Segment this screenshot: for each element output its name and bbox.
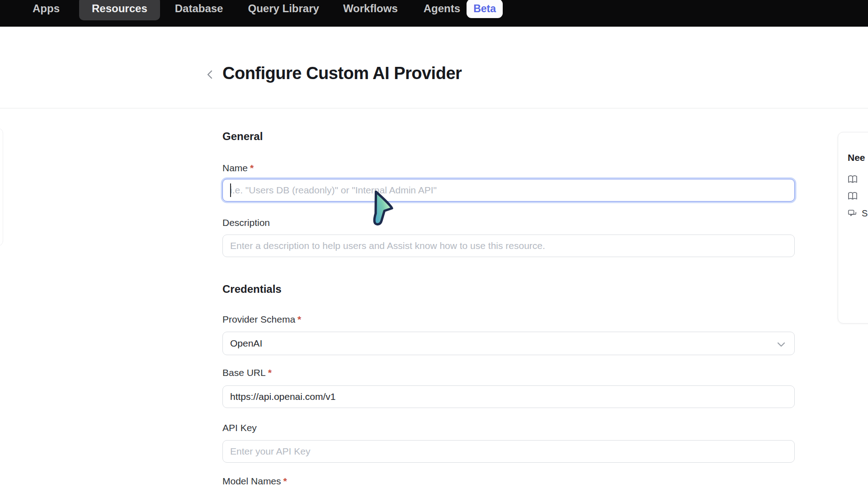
nav-item-query-library[interactable]: Query Library (248, 2, 319, 15)
required-marker: * (268, 367, 272, 378)
description-label: Description (222, 217, 270, 228)
help-link-support[interactable]: S (847, 208, 868, 219)
required-marker: * (250, 163, 254, 173)
nav-item-resources-active[interactable]: Resources (79, 0, 160, 20)
book-icon (847, 174, 858, 185)
nav-item-workflows[interactable]: Workflows (343, 2, 398, 15)
help-panel: Nee S (838, 132, 868, 324)
base-url-label: Base URL* (222, 367, 272, 378)
required-marker: * (283, 476, 287, 486)
name-field-wrap (222, 179, 795, 202)
provider-schema-label-text: Provider Schema (222, 314, 295, 324)
help-link-label: S (862, 208, 868, 219)
chat-icon (847, 209, 857, 219)
text-caret (230, 183, 231, 197)
api-key-input[interactable] (222, 440, 795, 463)
section-heading-credentials: Credentials (222, 283, 282, 296)
page: Apps Resources Database Query Library Wo… (0, 0, 868, 488)
base-url-label-text: Base URL (222, 367, 266, 378)
nav-item-apps[interactable]: Apps (33, 2, 60, 15)
section-heading-general: General (222, 130, 263, 143)
top-nav: Apps Resources Database Query Library Wo… (0, 0, 868, 27)
api-key-label: API Key (222, 422, 257, 433)
beta-badge: Beta (467, 0, 503, 18)
model-names-label-text: Model Names (222, 476, 281, 486)
back-button[interactable] (203, 67, 217, 82)
name-input[interactable] (222, 179, 795, 202)
help-link-docs-1[interactable] (847, 174, 863, 185)
model-names-label: Model Names* (222, 476, 287, 487)
page-title: Configure Custom AI Provider (222, 64, 462, 83)
provider-schema-value: OpenAI (230, 338, 262, 349)
chevron-left-icon (204, 69, 216, 80)
book-icon (847, 191, 858, 202)
base-url-input[interactable] (222, 385, 795, 408)
name-label: Name* (222, 163, 254, 174)
required-marker: * (297, 314, 301, 324)
left-clipped-card (0, 128, 3, 246)
name-label-text: Name (222, 163, 248, 173)
description-input[interactable] (222, 235, 795, 257)
help-link-docs-2[interactable] (847, 191, 863, 202)
nav-item-agents[interactable]: Agents (424, 2, 460, 15)
help-panel-heading: Nee (848, 152, 865, 163)
header-divider (0, 108, 868, 108)
nav-item-database[interactable]: Database (175, 2, 223, 15)
top-nav-items: Apps Resources Database Query Library Wo… (0, 0, 868, 26)
provider-schema-label: Provider Schema* (222, 314, 301, 325)
chevron-down-icon (775, 338, 787, 350)
provider-schema-select[interactable]: OpenAI (222, 332, 795, 355)
